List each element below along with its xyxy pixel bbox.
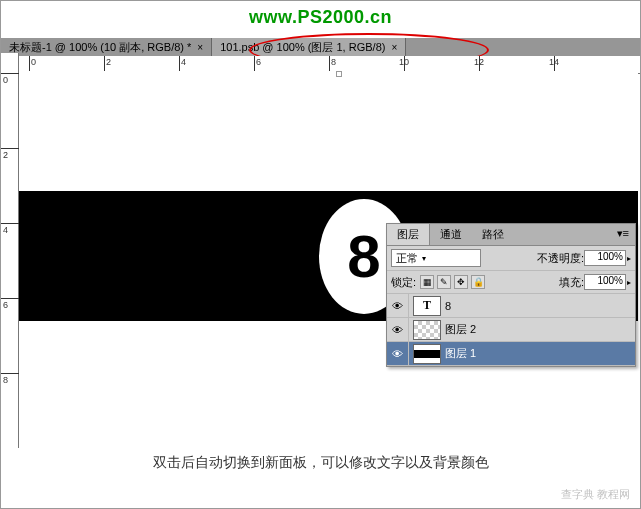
ruler-label: 8 — [331, 57, 336, 67]
layers-panel: 图层 通道 路径 ▾≡ 正常 ▾ 不透明度: 100% ▸ 锁定: ▦ ✎ ✥ … — [386, 223, 636, 367]
tab-layers[interactable]: 图层 — [387, 224, 430, 245]
vertical-ruler: 0 2 4 6 8 — [1, 53, 19, 448]
ruler-label: 12 — [474, 57, 484, 67]
blend-mode-value: 正常 — [396, 251, 418, 266]
layer-thumbnail — [413, 320, 441, 340]
lock-transparency-icon[interactable]: ▦ — [420, 275, 434, 289]
fill-label: 填充: — [559, 275, 584, 290]
document-tab-bar: 未标题-1 @ 100% (10 副本, RGB/8) * × 101.psb … — [1, 38, 640, 56]
close-icon[interactable]: × — [391, 42, 397, 53]
tab-label: 101.psb @ 100% (图层 1, RGB/8) — [220, 40, 385, 55]
lock-position-icon[interactable]: ✥ — [454, 275, 468, 289]
transform-handles — [319, 71, 359, 111]
tab-label: 未标题-1 @ 100% (10 副本, RGB/8) * — [9, 40, 191, 55]
blend-opacity-row: 正常 ▾ 不透明度: 100% ▸ — [387, 246, 635, 271]
layer-name: 图层 1 — [445, 346, 476, 361]
lock-fill-row: 锁定: ▦ ✎ ✥ 🔒 填充: 100% ▸ — [387, 271, 635, 294]
ruler-label: 2 — [3, 150, 8, 160]
watermark-link: www.PS2000.cn — [1, 1, 640, 28]
panel-menu-icon[interactable]: ▾≡ — [611, 224, 635, 245]
blend-mode-dropdown[interactable]: 正常 ▾ — [391, 249, 481, 267]
ruler-label: 6 — [3, 300, 8, 310]
chevron-right-icon[interactable]: ▸ — [627, 254, 631, 263]
billiard-number: 8 — [347, 222, 380, 291]
ruler-label: 2 — [106, 57, 111, 67]
chevron-right-icon[interactable]: ▸ — [627, 278, 631, 287]
lock-pixels-icon[interactable]: ✎ — [437, 275, 451, 289]
lock-icons: ▦ ✎ ✥ 🔒 — [420, 275, 485, 289]
tab-channels[interactable]: 通道 — [430, 224, 472, 245]
opacity-input[interactable]: 100% — [584, 250, 626, 266]
opacity-label: 不透明度: — [537, 251, 584, 266]
panel-tabs: 图层 通道 路径 ▾≡ — [387, 224, 635, 246]
visibility-toggle[interactable]: 👁 — [387, 318, 409, 341]
lock-all-icon[interactable]: 🔒 — [471, 275, 485, 289]
ruler-label: 10 — [399, 57, 409, 67]
ruler-label: 6 — [256, 57, 261, 67]
layer-name: 8 — [445, 300, 451, 312]
close-icon[interactable]: × — [197, 42, 203, 53]
fill-input[interactable]: 100% — [584, 274, 626, 290]
text-layer-icon: T — [413, 296, 441, 316]
layer-row-text[interactable]: 👁 T 8 — [387, 294, 635, 318]
lock-label: 锁定: — [391, 275, 416, 290]
layer-row-image[interactable]: 👁 图层 1 — [387, 342, 635, 366]
ruler-label: 0 — [3, 75, 8, 85]
layer-thumbnail — [413, 344, 441, 364]
chevron-down-icon: ▾ — [422, 254, 426, 263]
tab-paths[interactable]: 路径 — [472, 224, 514, 245]
document-tab-2[interactable]: 101.psb @ 100% (图层 1, RGB/8) × — [212, 38, 406, 56]
ruler-label: 8 — [3, 375, 8, 385]
ruler-label: 14 — [549, 57, 559, 67]
caption-text: 双击后自动切换到新面板，可以修改文字以及背景颜色 — [1, 454, 640, 472]
layer-name: 图层 2 — [445, 322, 476, 337]
visibility-toggle[interactable]: 👁 — [387, 294, 409, 317]
ruler-label: 0 — [31, 57, 36, 67]
document-tab-1[interactable]: 未标题-1 @ 100% (10 副本, RGB/8) * × — [1, 38, 212, 56]
ruler-label: 4 — [181, 57, 186, 67]
bottom-watermark: 查字典 教程网 — [561, 487, 630, 502]
visibility-toggle[interactable]: 👁 — [387, 342, 409, 365]
layer-row-shape[interactable]: 👁 图层 2 — [387, 318, 635, 342]
ruler-label: 4 — [3, 225, 8, 235]
